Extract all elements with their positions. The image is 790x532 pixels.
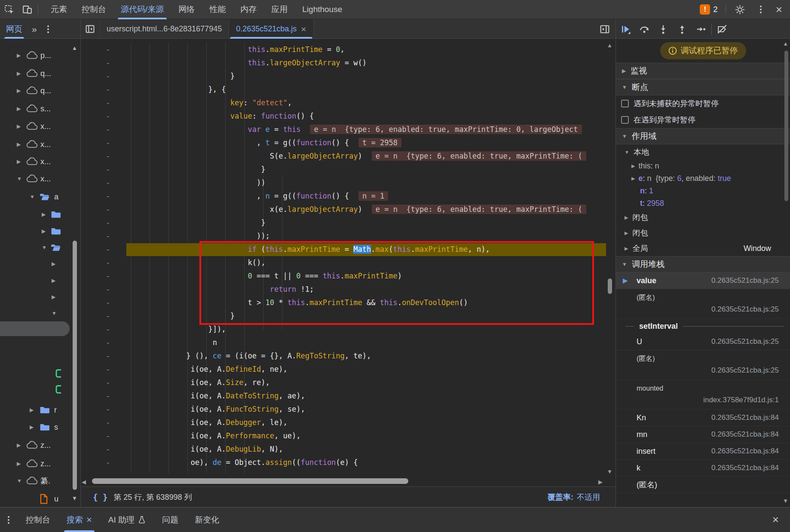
- breakpoint-checkbox-row[interactable]: 在遇到异常时暂停: [616, 112, 790, 128]
- panel-tab-源代码/来源[interactable]: 源代码/来源: [113, 0, 171, 19]
- code-line[interactable]: - }: [81, 163, 615, 176]
- tree-item-x[interactable]: ▶x...: [0, 137, 81, 152]
- scope-group-闭包[interactable]: ▶闭包: [616, 210, 790, 225]
- step-over-button[interactable]: [635, 19, 654, 39]
- drawer-tab-搜索[interactable]: 搜索×: [67, 508, 92, 532]
- more-tabs-chevron[interactable]: »: [32, 24, 37, 34]
- tab-page[interactable]: 网页: [6, 20, 22, 39]
- tree-item[interactable]: ▼: [0, 240, 81, 255]
- tree-item-a[interactable]: ▼a: [0, 189, 81, 205]
- code-line[interactable]: - n: [81, 336, 615, 349]
- device-toolbar-icon[interactable]: [18, 0, 36, 19]
- code-line[interactable]: - i(oe, A.Size, re),: [81, 376, 615, 389]
- code-line[interactable]: - return !1;: [81, 283, 615, 296]
- callstack-frame-active[interactable]: ▶value0.2635c521cba.js:25: [616, 272, 790, 289]
- scope-group-闭包[interactable]: ▶闭包: [616, 225, 790, 241]
- section-call-stack[interactable]: ▼ 调用堆栈: [616, 256, 790, 272]
- code-line[interactable]: - )): [81, 176, 615, 190]
- drawer-tab-AI 助理[interactable]: AI 助理: [108, 508, 146, 532]
- code-line[interactable]: - }: [81, 216, 615, 229]
- callstack-frame[interactable]: k0.2635c521cba.js:84: [616, 460, 790, 477]
- code-line[interactable]: - } (), ce = (i(oe = {}, A.RegToString, …: [81, 349, 615, 363]
- code-line[interactable]: - var e = thise = n {type: 6, enabled: t…: [81, 123, 615, 136]
- deactivate-breakpoints-button[interactable]: [713, 19, 732, 39]
- editor-scroll-up-icon[interactable]: ▲: [607, 42, 612, 49]
- tree-item[interactable]: ▶: [0, 256, 81, 272]
- more-options-icon[interactable]: [752, 0, 770, 19]
- code-line[interactable]: - i(oe, A.Performance, ue),: [81, 429, 615, 443]
- tree-item-x[interactable]: ▶x...: [0, 154, 81, 169]
- code-line[interactable]: - }]),: [81, 323, 615, 336]
- tree-item-s[interactable]: ▶s: [0, 419, 81, 435]
- breakpoint-checkbox-row[interactable]: 遇到未捕获的异常时暂停: [616, 95, 790, 112]
- pretty-print-icon[interactable]: { }: [93, 492, 107, 502]
- panel-tab-内存[interactable]: 内存: [233, 0, 264, 19]
- code-line[interactable]: - this.largeObjectArray = w(): [81, 56, 615, 70]
- inspect-element-icon[interactable]: [0, 0, 18, 19]
- checkbox-unchecked-icon[interactable]: [621, 116, 629, 124]
- code-line[interactable]: - value: function() {: [81, 110, 615, 123]
- scope-variable[interactable]: ▶e: n {type: 6, enabled: true: [616, 172, 790, 185]
- code-line[interactable]: - t > 10 * this.maxPrintTime && this.onD…: [81, 296, 615, 309]
- tree-item-x[interactable]: ▼x...: [0, 171, 81, 187]
- tree-item-selected[interactable]: [0, 321, 70, 336]
- panel-tab-控制台[interactable]: 控制台: [74, 0, 113, 19]
- callstack-frame[interactable]: (匿名): [616, 477, 790, 493]
- section-watch[interactable]: ▶ 监视: [616, 63, 790, 79]
- panel-scroll-down-icon[interactable]: ▼: [783, 498, 788, 504]
- code-lines[interactable]: - this.maxPrintTime = 0,- this.largeObje…: [81, 43, 615, 469]
- panel-tab-应用[interactable]: 应用: [264, 0, 295, 19]
- code-line[interactable]: - }, {: [81, 83, 615, 96]
- code-line[interactable]: - 0 === t || 0 === this.maxPrintTime): [81, 269, 615, 283]
- checkbox-unchecked-icon[interactable]: [621, 100, 629, 107]
- panel-tab-网络[interactable]: 网络: [171, 0, 202, 19]
- panel-tab-元素[interactable]: 元素: [43, 0, 74, 19]
- code-line[interactable]: - i(oe, A.DateToString, ae),: [81, 389, 615, 403]
- horizontal-scroll-thumb[interactable]: [92, 478, 408, 484]
- code-line[interactable]: - i(oe, A.Debugger, le),: [81, 416, 615, 429]
- tree-item-p[interactable]: ▶p...: [0, 48, 81, 63]
- tree-item-z[interactable]: ▶z...: [0, 437, 81, 453]
- tree-item-x[interactable]: ▶x...: [0, 119, 81, 134]
- resume-script-button[interactable]: [616, 19, 635, 39]
- tree-item[interactable]: ▼: [0, 306, 81, 321]
- code-line[interactable]: - }: [81, 70, 615, 83]
- close-tab-icon[interactable]: ×: [301, 24, 306, 34]
- issues-button[interactable]: ! 2: [697, 4, 720, 15]
- editor-vertical-scrollbar[interactable]: [608, 278, 612, 294]
- step-button[interactable]: [692, 19, 710, 39]
- scope-variable[interactable]: ▶this: n: [616, 160, 790, 172]
- code-line[interactable]: - x(e.largeObjectArray)e = n {type: 6, e…: [81, 203, 615, 216]
- tree-item[interactable]: ▶: [0, 273, 81, 288]
- code-line[interactable]: - key: "detect",: [81, 96, 615, 110]
- code-line[interactable]: - this.maxPrintTime = 0,: [81, 43, 615, 56]
- drawer-tab-问题[interactable]: 问题: [162, 508, 178, 532]
- callstack-frame[interactable]: mountedindex.3758e7f9d1d.js:1: [616, 380, 790, 410]
- scope-group-本地[interactable]: ▼本地: [616, 144, 790, 160]
- editor-scroll-down-icon[interactable]: ▼: [607, 468, 612, 475]
- scroll-left-icon[interactable]: ◀: [82, 479, 86, 485]
- coverage-link[interactable]: 覆盖率: 不适用: [548, 492, 600, 502]
- panel-scroll-up-icon[interactable]: ▲: [783, 40, 788, 47]
- tree-item-r[interactable]: ▶r: [0, 402, 81, 418]
- panel-tab-性能[interactable]: 性能: [202, 0, 233, 19]
- code-line[interactable]: - , t = g((function() {t = 2958: [81, 136, 615, 150]
- settings-gear-icon[interactable]: [731, 0, 749, 19]
- tree-item-q[interactable]: ▶q...: [0, 83, 81, 98]
- tree-item-q[interactable]: ▶q...: [0, 66, 81, 81]
- drawer-tab-控制台[interactable]: 控制台: [26, 508, 50, 532]
- panel-scrollbar[interactable]: [784, 51, 788, 201]
- callstack-frame[interactable]: Kn0.2635c521cba.js:84: [616, 410, 790, 426]
- code-line-execution[interactable]: - if (this.maxPrintTime = Math.max(this.…: [81, 243, 615, 256]
- callstack-frame[interactable]: U0.2635c521cba.js:25: [616, 333, 790, 350]
- code-line[interactable]: - oe), de = Object.assign((function(e) {: [81, 456, 615, 469]
- close-devtools-button[interactable]: ×: [772, 3, 786, 16]
- callstack-frame[interactable]: (匿名)0.2635c521cba.js:25: [616, 289, 790, 319]
- code-line[interactable]: - ));: [81, 229, 615, 243]
- tree-item[interactable]: [0, 366, 81, 381]
- callstack-frame[interactable]: mn0.2635c521cba.js:84: [616, 426, 790, 443]
- code-line[interactable]: - i(oe, A.DebugLib, N),: [81, 443, 615, 456]
- panel-tab-Lighthouse[interactable]: Lighthouse: [295, 0, 349, 19]
- scope-group-全局[interactable]: ▶全局Window: [616, 241, 790, 256]
- tree-item[interactable]: ▶: [0, 223, 81, 239]
